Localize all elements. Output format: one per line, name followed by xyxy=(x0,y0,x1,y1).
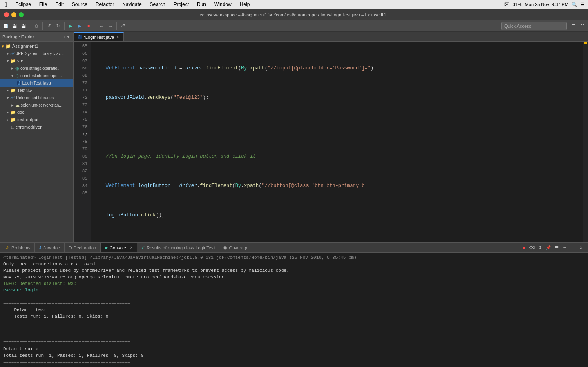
bottom-tab-problems[interactable]: ⚠ Problems xyxy=(2,243,35,252)
bottom-tab-results[interactable]: ✓ Results of running class LoginTest xyxy=(137,243,219,252)
menu-window[interactable]: Window xyxy=(212,2,233,7)
toolbar-perspective[interactable]: ☍ xyxy=(119,22,127,30)
console-minimize-icon[interactable]: − xyxy=(561,244,568,251)
menu-help[interactable]: Help xyxy=(238,2,252,7)
collapse-icon[interactable]: − xyxy=(58,34,60,39)
toolbar-sep-2 xyxy=(42,22,43,30)
console-total-tests: Total tests run: 1, Passes: 1, Failures:… xyxy=(3,352,585,359)
console-pin-icon[interactable]: 📌 xyxy=(545,244,552,251)
title-bar: eclipse-workspace – Assignment1/src/com/… xyxy=(0,9,588,20)
menu-run[interactable]: Run xyxy=(195,2,208,7)
close-button[interactable] xyxy=(4,12,9,17)
toolbar-back[interactable]: ← xyxy=(97,22,105,30)
toolbar-stop[interactable]: ■ xyxy=(85,22,93,30)
eclipse-toolbar: 📄 💾 💾 ⎙ ↺ ↻ ▶ ▶ ■ ← → ☍ Quick Access ☰ ☷ xyxy=(0,20,588,32)
sidebar-item-com-strings[interactable]: ▸ ◍ com.strings.operatio... xyxy=(0,65,73,72)
toolbar-perspectives[interactable]: ☰ xyxy=(569,22,577,30)
toolbar-undo[interactable]: ↺ xyxy=(45,22,53,30)
search-icon[interactable]: 🔍 xyxy=(572,2,577,7)
bottom-tab-label: Coverage xyxy=(229,245,248,250)
menu-navigate[interactable]: Navigate xyxy=(121,2,143,7)
console-maximize-icon[interactable]: □ xyxy=(569,244,577,251)
sidebar-item-assignment1[interactable]: ▾ 📁 Assignment1 xyxy=(0,42,73,50)
console-stop-icon[interactable]: ■ xyxy=(520,244,528,251)
menu-project[interactable]: Project xyxy=(172,2,190,7)
code-line-68: //On login page, identify login button a… xyxy=(94,153,580,160)
sidebar-item-jre[interactable]: ▸ ☍ JRE System Library [Jav... xyxy=(0,50,73,57)
sidebar-item-doc[interactable]: ▸ 📁 doc xyxy=(0,109,73,116)
sidebar-item-logintest[interactable]: J LoginTest.java xyxy=(0,79,73,87)
line-num-80: 80 xyxy=(74,153,87,160)
bottom-tab-coverage[interactable]: ◉ Coverage xyxy=(219,243,253,252)
code-editor[interactable]: 65 66 67 68 69 70 71 72 73 74 75 76 77 7… xyxy=(74,42,588,242)
toolbar-print[interactable]: ⎙ xyxy=(32,22,40,30)
maximize-panel-icon[interactable]: □ xyxy=(62,34,65,39)
menu-refactor[interactable]: Refactor xyxy=(94,2,116,7)
sidebar-item-com-test[interactable]: ▾ ◌ com.test.chromeoper... xyxy=(0,72,73,79)
toolbar-views[interactable]: ☷ xyxy=(578,22,586,30)
doc-toggle-icon: ▸ xyxy=(7,110,9,115)
code-text: passwordField.sendKeys("Test@123"); xyxy=(94,94,209,101)
sidebar-item-testng[interactable]: ▸ 📁 TestNG xyxy=(0,87,73,94)
declaration-icon: D xyxy=(69,245,72,250)
line-num-76: 76 xyxy=(74,123,87,131)
folder-toggle-icon: ▾ xyxy=(2,44,4,49)
menu-search[interactable]: Search xyxy=(148,2,167,7)
apple-menu[interactable]:  xyxy=(3,1,9,8)
line-num-72: 72 xyxy=(74,94,87,101)
code-lines[interactable]: WebElement passwordField = driver.findEl… xyxy=(91,42,583,242)
line-num-82: 82 xyxy=(74,167,87,175)
console-default-test: Default test xyxy=(3,307,585,313)
line-num-65: 65 xyxy=(74,42,87,50)
sidebar-item-label: com.strings.operatio... xyxy=(20,66,60,71)
java-tab-icon: J xyxy=(78,35,82,39)
toolbar-save-all[interactable]: 💾 xyxy=(20,22,28,30)
code-text: //On login page, identify login button a… xyxy=(94,153,256,160)
toolbar-sep-1 xyxy=(30,22,30,30)
tab-close-icon[interactable]: ✕ xyxy=(116,35,119,39)
library-icon: ☍ xyxy=(10,51,15,56)
toolbar-debug[interactable]: ▶ xyxy=(76,22,84,30)
line-num-70: 70 xyxy=(74,79,87,87)
quick-access-box[interactable]: Quick Access xyxy=(501,22,567,30)
notification-icon[interactable]: ☰ xyxy=(581,2,585,7)
sidebar-item-test-output[interactable]: ▸ 📁 test-output xyxy=(0,116,73,123)
sidebar-item-label: Assignment1 xyxy=(12,44,38,49)
toolbar-redo[interactable]: ↻ xyxy=(54,22,62,30)
line-num-75: 75 xyxy=(74,116,87,123)
bottom-tabs: ⚠ Problems J Javadoc D Declaration ▶ Con… xyxy=(0,243,588,253)
sidebar-item-label: LoginTest.java xyxy=(22,80,51,85)
menu-source[interactable]: Source xyxy=(70,2,89,7)
console-sep-2: ========================================… xyxy=(3,320,585,326)
minimize-button[interactable] xyxy=(11,12,16,17)
code-line-69: WebElement loginButton = driver.findElem… xyxy=(94,182,580,189)
console-close-icon[interactable]: ✕ xyxy=(130,245,133,250)
console-scroll-icon[interactable]: ↧ xyxy=(537,244,544,251)
sidebar-item-selenium[interactable]: ▸ ☁ selenium-server-stan... xyxy=(0,101,73,109)
menu-file[interactable]: File xyxy=(38,2,49,7)
console-sep-4: ========================================… xyxy=(3,359,585,365)
bottom-tab-declaration[interactable]: D Declaration xyxy=(65,243,101,252)
sidebar-item-ref-libs[interactable]: ▾ ☍ Referenced Libraries xyxy=(0,94,73,101)
bottom-tab-console[interactable]: ▶ Console ✕ xyxy=(101,243,137,252)
sidebar-item-label: JRE System Library [Jav... xyxy=(16,51,64,56)
menu-edit[interactable]: Edit xyxy=(54,2,65,7)
sidebar-title: Package Explor... xyxy=(2,34,38,39)
toolbar-sep-5 xyxy=(116,22,117,30)
maximize-button[interactable] xyxy=(19,12,24,17)
console-menu-icon[interactable]: ☰ xyxy=(553,244,560,251)
toolbar-new[interactable]: 📄 xyxy=(2,22,10,30)
console-output: <terminated> LoginTest [TestNG] /Library… xyxy=(0,253,588,367)
sidebar-item-chromedriver[interactable]: □ chromedriver xyxy=(0,123,73,131)
toolbar-run[interactable]: ▶ xyxy=(67,22,75,30)
console-close-btn[interactable]: ✕ xyxy=(577,244,585,251)
toolbar-forward[interactable]: → xyxy=(106,22,114,30)
menu-eclipse[interactable]: Eclipse xyxy=(13,2,33,7)
view-menu-icon[interactable]: ▼ xyxy=(66,34,71,39)
toolbar-save[interactable]: 💾 xyxy=(11,22,19,30)
editor-tab-logintest[interactable]: J *LoginTest.java ✕ xyxy=(74,32,124,41)
console-terminated-line: <terminated> LoginTest [TestNG] /Library… xyxy=(3,254,585,261)
sidebar-item-src[interactable]: ▾ 📁 src xyxy=(0,57,73,65)
bottom-tab-javadoc[interactable]: J Javadoc xyxy=(35,243,64,252)
console-clear-icon[interactable]: ⌫ xyxy=(528,244,536,251)
